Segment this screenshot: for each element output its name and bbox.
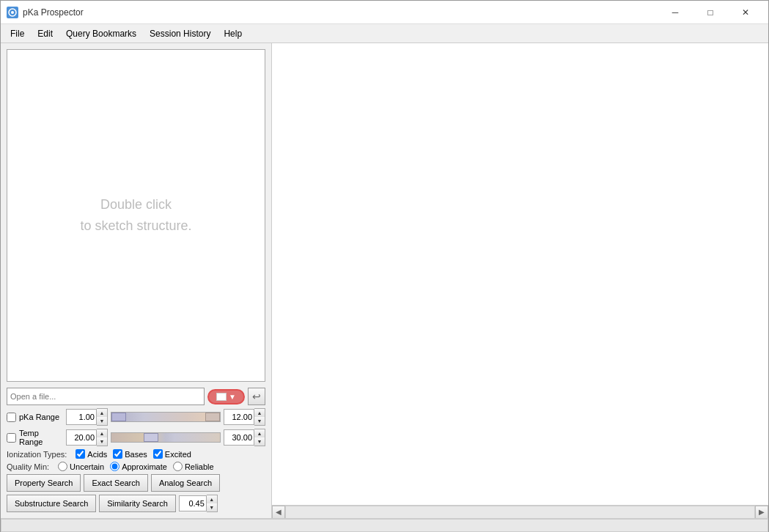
- temp-slider-thumb[interactable]: [144, 433, 158, 442]
- pka-max-spinner-btns: ▲ ▼: [254, 408, 265, 426]
- approximate-label: Approximate: [122, 462, 167, 471]
- main-window: pKa Prospector ─ □ ✕ File Edit Query Boo…: [0, 0, 769, 532]
- temp-range-row: Temp Range ▲ ▼ ▲: [7, 429, 265, 446]
- uncertain-label: Uncertain: [70, 462, 104, 471]
- similarity-search-button[interactable]: Similarity Search: [99, 495, 176, 512]
- temp-slider-track[interactable]: [111, 432, 221, 443]
- reliable-label: Reliable: [185, 462, 214, 471]
- back-button[interactable]: ↩: [248, 388, 265, 405]
- scroll-left-button[interactable]: ◀: [272, 506, 285, 519]
- temp-range-checkbox[interactable]: [7, 433, 16, 443]
- menu-query-bookmarks[interactable]: Query Bookmarks: [59, 26, 143, 42]
- exact-search-button[interactable]: Exact Search: [84, 474, 147, 492]
- sketch-prompt: Double click to sketch structure.: [80, 194, 191, 237]
- horizontal-scrollbar: ◀ ▶: [272, 505, 768, 518]
- window-controls: ─ □ ✕: [658, 1, 762, 23]
- menu-help[interactable]: Help: [217, 26, 249, 42]
- menu-bar: File Edit Query Bookmarks Session Histor…: [1, 24, 768, 43]
- pka-max-input[interactable]: [224, 409, 254, 425]
- search-buttons-row: Property Search Exact Search Analog Sear…: [7, 474, 265, 492]
- similarity-value-spinner: ▲ ▼: [179, 495, 218, 512]
- pka-range-label: pKa Range: [19, 413, 63, 421]
- similarity-down-button[interactable]: ▼: [207, 503, 217, 511]
- temp-range-label: Temp Range: [19, 429, 63, 446]
- property-search-button[interactable]: Property Search: [7, 474, 81, 492]
- content-area: Double click to sketch structure. ▼ ↩: [1, 43, 768, 518]
- temp-max-input[interactable]: [224, 429, 254, 446]
- uncertain-radio-item: Uncertain: [58, 462, 104, 471]
- pka-min-down-button[interactable]: ▼: [97, 417, 107, 425]
- temp-max-down-button[interactable]: ▼: [254, 437, 265, 446]
- temp-min-input[interactable]: [66, 429, 97, 446]
- bottom-scroll-track[interactable]: [1, 519, 768, 532]
- temp-min-up-button[interactable]: ▲: [97, 429, 107, 437]
- sketch-canvas[interactable]: Double click to sketch structure.: [7, 49, 265, 382]
- pka-min-input[interactable]: [66, 409, 97, 425]
- pka-slider-thumb-left[interactable]: [111, 413, 126, 421]
- acids-check-item: Acids: [76, 449, 107, 459]
- excited-check-item: Excited: [153, 449, 191, 459]
- excited-checkbox[interactable]: [153, 449, 163, 459]
- file-row: ▼ ↩: [7, 388, 265, 405]
- maximize-button[interactable]: □: [693, 1, 727, 23]
- pka-min-spinner: ▲ ▼: [66, 408, 108, 426]
- pka-range-checkbox[interactable]: [7, 413, 16, 422]
- acids-checkbox[interactable]: [76, 449, 85, 459]
- similarity-row: Substructure Search Similarity Search ▲ …: [7, 495, 265, 512]
- temp-max-spinner: ▲ ▼: [224, 429, 265, 446]
- substructure-search-button[interactable]: Substructure Search: [7, 495, 96, 512]
- scroll-right-button[interactable]: ▶: [755, 506, 768, 519]
- menu-session-history[interactable]: Session History: [143, 26, 217, 42]
- close-button[interactable]: ✕: [729, 1, 762, 23]
- bases-label: Bases: [125, 450, 147, 459]
- ionization-types-row: Ionization Types: Acids Bases Excited: [7, 449, 265, 459]
- dropdown-arrow-icon: ▼: [229, 393, 236, 401]
- approximate-radio[interactable]: [110, 462, 119, 471]
- pka-max-down-button[interactable]: ▼: [254, 417, 265, 425]
- left-panel: Double click to sketch structure. ▼ ↩: [1, 43, 272, 518]
- pka-max-spinner: ▲ ▼: [224, 408, 265, 426]
- quality-min-row: Quality Min: Uncertain Approximate Relia…: [7, 462, 265, 471]
- title-bar: pKa Prospector ─ □ ✕: [1, 1, 768, 24]
- svg-point-1: [11, 11, 14, 14]
- file-input[interactable]: [7, 388, 205, 405]
- quality-label: Quality Min:: [7, 462, 49, 471]
- similarity-up-button[interactable]: ▲: [207, 495, 217, 503]
- bases-checkbox[interactable]: [113, 449, 122, 459]
- scroll-track[interactable]: [285, 506, 755, 519]
- menu-file[interactable]: File: [4, 26, 31, 42]
- temp-min-spinner: ▲ ▼: [66, 429, 108, 446]
- pka-slider-thumb-right[interactable]: [205, 413, 220, 421]
- acids-label: Acids: [87, 450, 107, 459]
- pka-min-spinner-btns: ▲ ▼: [97, 408, 108, 426]
- window-title: pKa Prospector: [23, 7, 84, 18]
- title-bar-left: pKa Prospector: [7, 7, 84, 18]
- bottom-scrollbar: [1, 518, 768, 531]
- pka-min-up-button[interactable]: ▲: [97, 409, 107, 417]
- excited-label: Excited: [165, 450, 191, 459]
- similarity-value-input[interactable]: [179, 495, 207, 511]
- controls-panel: ▼ ↩ pKa Range ▲ ▼: [1, 385, 271, 518]
- open-file-button[interactable]: ▼: [207, 389, 245, 404]
- menu-edit[interactable]: Edit: [31, 26, 59, 42]
- pka-slider-track[interactable]: [111, 412, 221, 422]
- right-panel: ◀ ▶: [272, 43, 768, 518]
- uncertain-radio[interactable]: [58, 462, 67, 471]
- temp-max-up-button[interactable]: ▲: [254, 429, 265, 437]
- temp-max-spinner-btns: ▲ ▼: [254, 429, 265, 446]
- approximate-radio-item: Approximate: [110, 462, 167, 471]
- reliable-radio-item: Reliable: [173, 462, 214, 471]
- minimize-button[interactable]: ─: [658, 1, 692, 23]
- temp-min-spinner-btns: ▲ ▼: [97, 429, 108, 446]
- bases-check-item: Bases: [113, 449, 147, 459]
- similarity-spinner-btns: ▲ ▼: [207, 495, 218, 512]
- file-icon: [216, 393, 227, 401]
- temp-min-down-button[interactable]: ▼: [97, 437, 107, 446]
- app-icon: [7, 7, 18, 18]
- reliable-radio[interactable]: [173, 462, 183, 471]
- analog-search-button[interactable]: Analog Search: [151, 474, 220, 492]
- ionization-label: Ionization Types:: [7, 450, 67, 459]
- results-area: [272, 43, 768, 505]
- pka-range-row: pKa Range ▲ ▼: [7, 408, 265, 426]
- pka-max-up-button[interactable]: ▲: [254, 409, 265, 417]
